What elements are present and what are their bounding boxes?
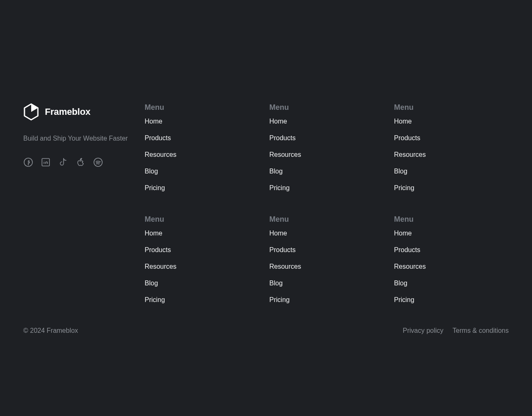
menu-link[interactable]: Blog	[269, 280, 283, 287]
menu-link[interactable]: Products	[145, 246, 171, 253]
menu-link[interactable]: Pricing	[394, 184, 414, 191]
menu-link[interactable]: Products	[269, 246, 296, 253]
menu-block: MenuHomeProductsResourcesBlogPricing	[394, 215, 509, 304]
menu-title: Menu	[394, 215, 509, 224]
menu-list: HomeProductsResourcesBlogPricing	[394, 230, 509, 304]
menu-block: MenuHomeProductsResourcesBlogPricing	[269, 215, 384, 304]
menu-link[interactable]: Products	[394, 134, 420, 141]
menu-link[interactable]: Blog	[394, 168, 407, 175]
linkedin-icon	[41, 157, 51, 169]
menu-link[interactable]: Pricing	[394, 296, 414, 303]
menu-block: MenuHomeProductsResourcesBlogPricing	[269, 103, 384, 192]
menu-list: HomeProductsResourcesBlogPricing	[145, 118, 259, 192]
menu-block: MenuHomeProductsResourcesBlogPricing	[145, 215, 259, 304]
footer-bottom-bar: © 2024 Frameblox Privacy policy Terms & …	[23, 327, 509, 334]
menu-block: MenuHomeProductsResourcesBlogPricing	[145, 103, 259, 192]
footer: Frameblox Build and Ship Your Website Fa…	[10, 67, 522, 334]
menu-link[interactable]: Products	[269, 134, 296, 141]
menu-link[interactable]: Blog	[269, 168, 283, 175]
privacy-policy-link[interactable]: Privacy policy	[403, 327, 443, 334]
menu-link[interactable]: Blog	[394, 280, 407, 287]
menu-link[interactable]: Home	[269, 230, 287, 237]
menu-link[interactable]: Pricing	[145, 296, 165, 303]
logo-mark-icon	[23, 103, 39, 121]
facebook-icon	[23, 157, 33, 169]
menu-link[interactable]: Resources	[394, 263, 426, 270]
spotify-link[interactable]	[93, 157, 103, 169]
menu-title: Menu	[394, 103, 509, 112]
menu-title: Menu	[269, 215, 384, 224]
apple-icon	[76, 157, 86, 169]
menu-list: HomeProductsResourcesBlogPricing	[145, 230, 259, 304]
terms-link[interactable]: Terms & conditions	[453, 327, 509, 334]
tiktok-icon	[58, 157, 68, 169]
menu-link[interactable]: Pricing	[269, 296, 290, 303]
menu-title: Menu	[145, 103, 259, 112]
brand-name: Frameblox	[45, 106, 90, 117]
menu-link[interactable]: Resources	[269, 263, 301, 270]
brand-column: Frameblox Build and Ship Your Website Fa…	[23, 103, 145, 304]
logo: Frameblox	[23, 103, 145, 121]
brand-tagline: Build and Ship Your Website Faster	[23, 134, 145, 143]
facebook-link[interactable]	[23, 157, 33, 169]
menu-link[interactable]: Products	[394, 246, 420, 253]
menu-link[interactable]: Home	[269, 118, 287, 125]
menu-list: HomeProductsResourcesBlogPricing	[269, 118, 384, 192]
menu-link[interactable]: Home	[145, 118, 163, 125]
menu-title: Menu	[269, 103, 384, 112]
tiktok-link[interactable]	[58, 157, 68, 169]
apple-link[interactable]	[76, 157, 86, 169]
menu-list: HomeProductsResourcesBlogPricing	[394, 118, 509, 192]
menu-link[interactable]: Home	[145, 230, 163, 237]
social-links	[23, 157, 145, 169]
menu-link[interactable]: Resources	[145, 263, 176, 270]
menu-link[interactable]: Resources	[394, 151, 426, 158]
menu-link[interactable]: Products	[145, 134, 171, 141]
menu-link[interactable]: Resources	[269, 151, 301, 158]
menu-link[interactable]: Pricing	[145, 184, 165, 191]
menus-grid: MenuHomeProductsResourcesBlogPricingMenu…	[145, 103, 509, 304]
menu-link[interactable]: Pricing	[269, 184, 290, 191]
menu-link[interactable]: Blog	[145, 168, 158, 175]
legal-links: Privacy policy Terms & conditions	[403, 327, 509, 334]
menu-list: HomeProductsResourcesBlogPricing	[269, 230, 384, 304]
menu-block: MenuHomeProductsResourcesBlogPricing	[394, 103, 509, 192]
menu-title: Menu	[145, 215, 259, 224]
linkedin-link[interactable]	[41, 157, 51, 169]
copyright: © 2024 Frameblox	[23, 327, 78, 334]
menu-link[interactable]: Resources	[145, 151, 176, 158]
menu-link[interactable]: Blog	[145, 280, 158, 287]
menu-link[interactable]: Home	[394, 118, 412, 125]
footer-grid: Frameblox Build and Ship Your Website Fa…	[23, 67, 509, 304]
spotify-icon	[93, 157, 103, 169]
menu-link[interactable]: Home	[394, 230, 412, 237]
